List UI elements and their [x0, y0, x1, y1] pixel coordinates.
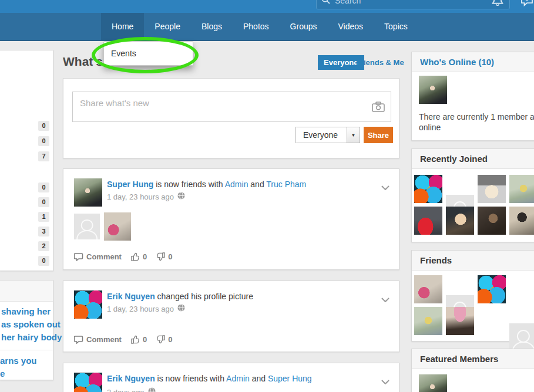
- share-composer-card: Everyone ▼ Share: [63, 78, 399, 158]
- feed-title: Erik Nguyen changed his profile picture: [107, 291, 370, 302]
- member-avatar[interactable]: [478, 175, 506, 203]
- nav-item-home[interactable]: Home: [101, 13, 144, 40]
- camera-icon[interactable]: [372, 102, 385, 112]
- top-bar: [0, 0, 534, 13]
- chevron-down-icon[interactable]: [381, 182, 389, 192]
- friend-avatar[interactable]: [509, 323, 534, 352]
- chevron-down-icon[interactable]: [381, 294, 389, 305]
- globe-icon: [148, 387, 156, 392]
- nav-item-photos[interactable]: Photos: [233, 13, 280, 40]
- dislike-button[interactable]: 0: [156, 335, 172, 344]
- menu-count-badge: 2: [38, 241, 49, 251]
- blog-link[interactable]: shaving her: [1, 305, 51, 318]
- online-count-text: There are currently 1 member and: [419, 112, 534, 121]
- app-window: Home People Blogs Photos Groups Videos T…: [0, 0, 534, 392]
- avatar[interactable]: [74, 178, 102, 207]
- featured-members-title: Featured Members: [412, 349, 534, 369]
- online-member-avatar[interactable]: [419, 76, 447, 104]
- search-input[interactable]: [335, 0, 505, 5]
- whos-online-title[interactable]: Who's Online (10): [412, 52, 534, 72]
- feed-title: Erik Nguyen is now friends with Admin an…: [107, 373, 370, 384]
- dislike-button[interactable]: 0: [156, 252, 172, 261]
- search-box[interactable]: [316, 0, 510, 9]
- friend-link[interactable]: Admin: [225, 180, 248, 189]
- blog-link[interactable]: arns you: [0, 354, 37, 367]
- privacy-select[interactable]: Everyone ▼: [295, 127, 360, 143]
- feed-text: and: [248, 180, 266, 189]
- feed-item: Erik Nguyen is now friends with Admin an…: [63, 363, 399, 392]
- member-avatar[interactable]: [414, 175, 442, 203]
- thumb-up-icon: [131, 252, 140, 261]
- nav-item-people[interactable]: People: [144, 13, 191, 40]
- friend-link[interactable]: Admin: [226, 374, 250, 383]
- comment-button[interactable]: Comment: [74, 335, 122, 344]
- left-menu-card: 0 0 7 0 0 1 3 2 0: [0, 50, 53, 271]
- comment-button[interactable]: Comment: [74, 252, 122, 261]
- privacy-select-value: Everyone: [296, 130, 347, 140]
- comment-icon: [74, 253, 83, 261]
- globe-icon: [177, 192, 185, 201]
- composer-box: [72, 92, 391, 122]
- member-avatar[interactable]: [478, 207, 506, 235]
- menu-count-badge: 0: [38, 136, 49, 146]
- nav-item-groups[interactable]: Groups: [280, 13, 328, 40]
- friend-link[interactable]: Super Hung: [268, 374, 312, 383]
- chevron-down-icon[interactable]: [381, 376, 389, 387]
- nav-item-topics[interactable]: Topics: [374, 13, 418, 40]
- friend-thumbnail-photo[interactable]: [104, 212, 131, 241]
- menu-count-badge: 0: [38, 121, 49, 131]
- action-bar: Comment 0 0: [74, 252, 172, 261]
- menu-count-badge: 0: [38, 183, 49, 192]
- featured-member-avatar[interactable]: [419, 374, 447, 392]
- nav-dropdown-events[interactable]: Events: [103, 41, 193, 66]
- blog-link[interactable]: as spoken out: [1, 318, 61, 331]
- blog-link[interactable]: e: [0, 367, 5, 380]
- actor-link[interactable]: Erik Nguyen: [107, 374, 155, 383]
- menu-count-badge: 7: [38, 151, 49, 161]
- timestamp: 2 days ago: [107, 387, 156, 392]
- friend-avatar[interactable]: [414, 275, 442, 303]
- action-bar: Comment 0 0: [74, 335, 172, 344]
- search-icon: [321, 0, 335, 6]
- nav-item-videos[interactable]: Videos: [328, 13, 374, 40]
- friends-card: Friends: [411, 250, 534, 342]
- friend-avatar[interactable]: [478, 275, 506, 303]
- friend-thumbnail-placeholder[interactable]: [74, 214, 100, 239]
- feed-text: is now friends with: [153, 180, 224, 189]
- member-avatar[interactable]: [414, 207, 442, 235]
- bell-icon[interactable]: [490, 0, 505, 8]
- member-avatar[interactable]: [509, 175, 534, 203]
- like-button[interactable]: 0: [131, 252, 147, 261]
- left-links-card: shaving her as spoken out her hairy body…: [0, 280, 53, 380]
- whos-online-card: Who's Online (10) There are currently 1 …: [411, 52, 534, 141]
- feed-text: is now friends with: [155, 374, 226, 383]
- member-avatar[interactable]: [509, 207, 534, 235]
- menu-count-badge: 0: [38, 197, 49, 207]
- thumb-up-icon: [131, 335, 140, 344]
- member-avatar[interactable]: [446, 207, 474, 235]
- status-input[interactable]: [73, 92, 391, 121]
- friend-avatar[interactable]: [414, 307, 442, 335]
- menu-count-badge: 3: [38, 227, 49, 236]
- avatar[interactable]: [74, 373, 102, 392]
- actor-link[interactable]: Super Hung: [107, 180, 153, 189]
- actor-link[interactable]: Erik Nguyen: [107, 292, 155, 301]
- friend-link[interactable]: Truc Pham: [266, 180, 306, 189]
- feed-text: and: [250, 374, 268, 383]
- recently-joined-card: Recently Joined: [411, 148, 534, 242]
- avatar[interactable]: [74, 290, 102, 319]
- feed-text: changed his profile picture: [155, 292, 253, 301]
- nav-item-blogs[interactable]: Blogs: [191, 13, 233, 40]
- friend-avatar[interactable]: [446, 307, 474, 335]
- thumb-down-icon: [156, 252, 165, 261]
- blog-link[interactable]: her hairy body: [1, 331, 62, 344]
- menu-count-badge: 0: [38, 256, 49, 266]
- feed-item: Super Hung is now friends with Admin and…: [63, 168, 399, 270]
- messages-icon[interactable]: [519, 0, 534, 8]
- main-nav: Home People Blogs Photos Groups Videos T…: [0, 13, 534, 41]
- share-button[interactable]: Share: [364, 127, 393, 143]
- tab-friends-and-me[interactable]: Friends & Me: [356, 55, 404, 70]
- like-button[interactable]: 0: [131, 335, 147, 344]
- divider: [0, 350, 53, 350]
- menu-count-badge: 1: [38, 212, 49, 222]
